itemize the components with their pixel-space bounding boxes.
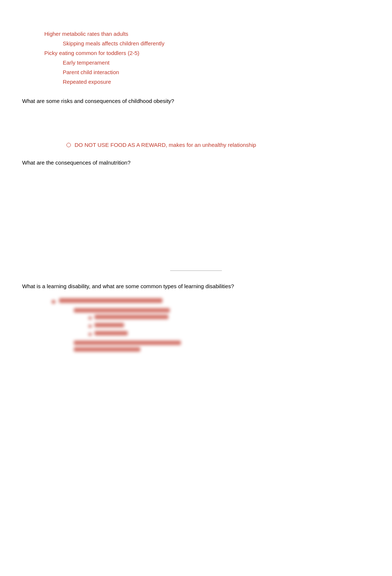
list-item-5: Parent child interaction: [63, 68, 370, 77]
circle-bullet-text: DO NOT USE FOOD AS A REWARD, makes for a…: [75, 142, 256, 148]
list-item-4: Early temperament: [63, 58, 370, 67]
list-item-3: Picky eating common for toddlers (2-5): [44, 49, 370, 58]
blurred-content: [22, 298, 370, 352]
question-3: What is a learning disability, and what …: [22, 282, 370, 291]
list-item-1: Higher metabolic rates than adults: [44, 30, 370, 38]
list-item-6: Repeated exposure: [63, 77, 370, 86]
main-content: Higher metabolic rates than adults Skipp…: [22, 30, 370, 352]
circle-bullet-item: DO NOT USE FOOD AS A REWARD, makes for a…: [66, 142, 370, 148]
question-2: What are the consequences of malnutritio…: [22, 158, 370, 167]
divider: [170, 270, 222, 271]
list-item-2: Skipping meals affects children differen…: [63, 39, 370, 48]
circle-bullet-marker: [66, 143, 71, 147]
question-1: What are some risks and consequences of …: [22, 97, 370, 106]
